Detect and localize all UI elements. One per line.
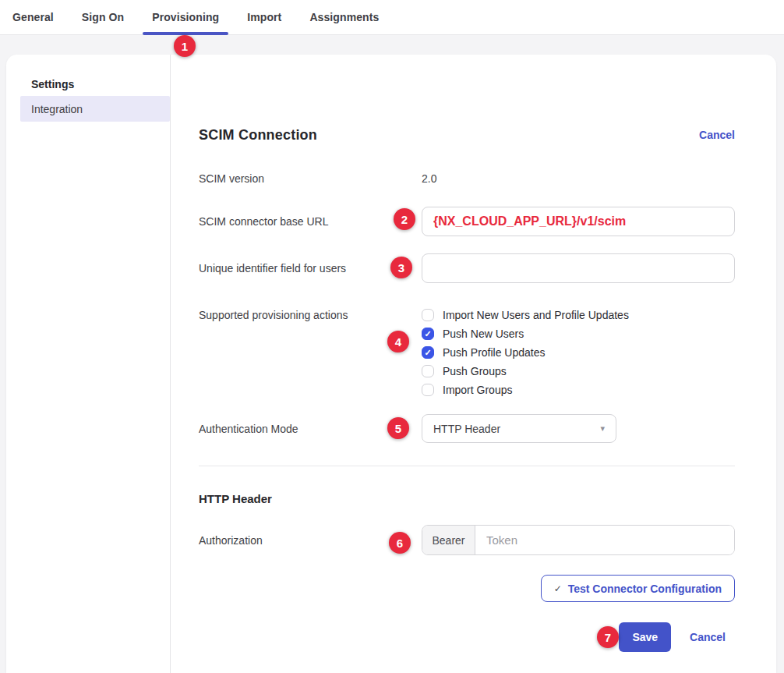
callout-badge-6: 6 xyxy=(389,532,411,554)
cancel-link-top[interactable]: Cancel xyxy=(699,129,735,141)
checkbox-unchecked-icon[interactable] xyxy=(422,365,434,377)
tab-provisioning-label: Provisioning xyxy=(152,11,219,23)
provisioning-actions-group: Import New Users and Profile Updates✓Pus… xyxy=(422,306,735,399)
auth-mode-selected-value: HTTP Header xyxy=(433,423,500,435)
checkbox-unchecked-icon[interactable] xyxy=(422,309,434,321)
callout-badge-3: 3 xyxy=(390,257,412,278)
unique-id-label: Unique identifier field for users xyxy=(199,262,422,275)
page-title: SCIM Connection xyxy=(199,127,317,143)
checkbox-checked-icon[interactable]: ✓ xyxy=(422,328,434,340)
sidebar-item-label: Integration xyxy=(31,103,83,115)
tab-import[interactable]: Import xyxy=(238,0,291,34)
sidebar-item-integration[interactable]: Integration xyxy=(20,96,170,122)
test-connector-button[interactable]: ✓ Test Connector Configuration xyxy=(541,575,735,602)
provisioning-action-label: Import Groups xyxy=(443,384,512,396)
tab-general[interactable]: General xyxy=(3,0,63,34)
callout-badge-7: 7 xyxy=(597,626,619,648)
http-header-section-title: HTTP Header xyxy=(199,492,735,506)
scim-version-value: 2.0 xyxy=(422,172,436,185)
section-divider xyxy=(199,466,735,466)
test-connector-button-label: Test Connector Configuration xyxy=(568,583,722,595)
cancel-button-bottom[interactable]: Cancel xyxy=(690,631,726,643)
authorization-input-group: Bearer xyxy=(422,525,735,555)
provisioning-action-row: ✓Push New Users xyxy=(422,324,735,343)
base-url-input[interactable] xyxy=(422,207,735,236)
bearer-prefix: Bearer xyxy=(422,526,475,554)
authorization-label: Authorization xyxy=(199,534,422,547)
app-tabbar: General Sign On Provisioning Import Assi… xyxy=(0,0,784,35)
tab-import-label: Import xyxy=(247,11,281,23)
provisioning-card: Settings Integration SCIM Connection Can… xyxy=(6,55,776,673)
provisioning-action-row: ✓Push Profile Updates xyxy=(422,343,735,362)
unique-id-input[interactable] xyxy=(422,253,735,283)
tab-assignments[interactable]: Assignments xyxy=(300,0,388,34)
provisioning-action-label: Push Profile Updates xyxy=(443,346,546,359)
tab-sign-on[interactable]: Sign On xyxy=(72,0,133,34)
auth-mode-select[interactable]: HTTP Header ▾ xyxy=(422,414,616,443)
checkbox-unchecked-icon[interactable] xyxy=(422,384,434,396)
save-button[interactable]: Save xyxy=(619,622,671,652)
tab-provisioning[interactable]: Provisioning xyxy=(143,0,228,34)
sidebar-heading: Settings xyxy=(6,78,170,90)
chevron-down-icon: ▾ xyxy=(600,423,605,434)
provisioning-action-row: Import Groups xyxy=(422,381,735,399)
token-input[interactable] xyxy=(475,526,734,554)
callout-badge-5: 5 xyxy=(387,417,409,439)
settings-sidebar: Settings Integration xyxy=(6,55,171,673)
callout-badge-2: 2 xyxy=(394,208,415,230)
provisioning-action-label: Push New Users xyxy=(443,328,524,340)
scim-connection-form: SCIM Connection Cancel SCIM version 2.0 … xyxy=(171,55,776,673)
callout-badge-4: 4 xyxy=(387,331,409,352)
provisioning-action-label: Push Groups xyxy=(443,365,507,377)
tab-general-label: General xyxy=(12,11,54,23)
provisioning-actions-label: Supported provisioning actions xyxy=(199,306,422,399)
tab-assignments-label: Assignments xyxy=(309,11,379,23)
scim-version-label: SCIM version xyxy=(199,172,422,185)
provisioning-action-row: Import New Users and Profile Updates xyxy=(422,306,735,324)
check-icon: ✓ xyxy=(554,583,562,594)
provisioning-action-label: Import New Users and Profile Updates xyxy=(443,309,629,321)
tab-sign-on-label: Sign On xyxy=(82,11,124,23)
base-url-label: SCIM connector base URL xyxy=(199,215,422,228)
callout-badge-1: 1 xyxy=(174,35,196,57)
provisioning-action-row: Push Groups xyxy=(422,362,735,381)
checkbox-checked-icon[interactable]: ✓ xyxy=(422,346,434,359)
